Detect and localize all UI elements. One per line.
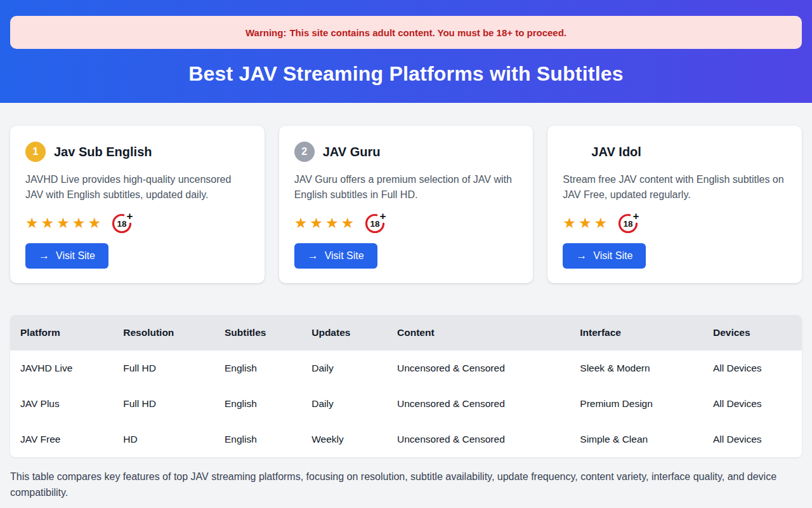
table-row: JAV FreeHDEnglishWeeklyUncensored & Cens… <box>10 422 802 457</box>
table-cell: Daily <box>301 386 387 422</box>
rank-badge: 1 <box>25 142 46 162</box>
card-title: JAV Idol <box>591 145 641 159</box>
table-cell: Sleek & Modern <box>570 351 703 386</box>
warning-text: This site contains adult content. You mu… <box>289 27 566 38</box>
table-cell: English <box>214 386 301 422</box>
svg-text:18: 18 <box>624 219 634 229</box>
table-cell: All Devices <box>703 351 802 386</box>
card-title: Jav Sub English <box>54 145 152 159</box>
card-description: JAV Guru offers a premium selection of J… <box>294 172 518 203</box>
column-header: Interface <box>570 315 703 351</box>
star-rating: ★★★★ <box>294 216 357 231</box>
rank-badge <box>563 142 583 162</box>
age-18-plus-icon: 18 + <box>617 211 640 234</box>
visit-site-button[interactable]: → Visit Site <box>25 243 108 269</box>
table-cell: All Devices <box>703 422 802 457</box>
visit-site-button[interactable]: → Visit Site <box>294 243 377 269</box>
platform-card: 1 Jav Sub English JAVHD Live provides hi… <box>10 126 265 283</box>
platform-card: JAV Idol Stream free JAV content with En… <box>547 126 802 283</box>
table-cell: JAVHD Live <box>10 351 113 386</box>
svg-text:18: 18 <box>117 219 128 229</box>
table-cell: Daily <box>301 351 387 386</box>
card-header: 1 Jav Sub English <box>25 142 249 162</box>
main-content: 1 Jav Sub English JAVHD Live provides hi… <box>0 126 812 500</box>
visit-site-button[interactable]: → Visit Site <box>563 243 646 269</box>
card-header: 2 JAV Guru <box>294 142 518 162</box>
card-header: JAV Idol <box>563 142 787 162</box>
table-row: JAVHD LiveFull HDEnglishDailyUncensored … <box>10 351 802 386</box>
table-cell: HD <box>113 422 214 457</box>
table-cell: JAV Free <box>10 422 113 457</box>
adult-warning-banner: Warning: This site contains adult conten… <box>10 16 802 49</box>
table-body: JAVHD LiveFull HDEnglishDailyUncensored … <box>10 351 802 457</box>
arrow-right-icon: → <box>576 250 587 262</box>
svg-text:+: + <box>127 211 133 222</box>
column-header: Content <box>387 315 570 351</box>
table-cell: Uncensored & Censored <box>387 351 570 386</box>
card-description: Stream free JAV content with English sub… <box>563 172 787 203</box>
table-cell: Uncensored & Censored <box>387 386 570 422</box>
column-header: Platform <box>10 315 113 351</box>
rank-badge: 2 <box>294 142 315 162</box>
table-cell: Simple & Clean <box>570 422 703 457</box>
platform-cards-row: 1 Jav Sub English JAVHD Live provides hi… <box>10 126 802 283</box>
platform-card: 2 JAV Guru JAV Guru offers a premium sel… <box>279 126 534 283</box>
svg-text:+: + <box>380 211 386 222</box>
age-18-plus-icon: 18 + <box>364 211 387 234</box>
column-header: Devices <box>703 315 802 351</box>
table-cell: Full HD <box>113 351 214 386</box>
table-header-row: PlatformResolutionSubtitlesUpdatesConten… <box>10 315 802 351</box>
arrow-right-icon: → <box>39 250 49 262</box>
age-18-plus-icon: 18 + <box>111 211 134 234</box>
table-cell: Premium Design <box>570 386 703 422</box>
table-cell: Uncensored & Censored <box>387 422 570 457</box>
visit-site-label: Visit Site <box>593 250 632 262</box>
arrow-right-icon: → <box>308 250 318 262</box>
rating-row: ★★★ 18 + <box>563 211 787 234</box>
column-header: Resolution <box>113 315 214 351</box>
svg-text:18: 18 <box>370 219 381 229</box>
visit-site-label: Visit Site <box>325 250 364 262</box>
rating-row: ★★★★★ 18 + <box>25 211 249 234</box>
rating-row: ★★★★ 18 + <box>294 211 518 234</box>
table-cell: Weekly <box>301 422 387 457</box>
table-cell: All Devices <box>703 386 802 422</box>
table-row: JAV PlusFull HDEnglishDailyUncensored & … <box>10 386 802 422</box>
visit-site-label: Visit Site <box>56 250 95 262</box>
table-head: PlatformResolutionSubtitlesUpdatesConten… <box>10 315 802 351</box>
page-header: Warning: This site contains adult conten… <box>0 0 812 103</box>
card-title: JAV Guru <box>323 145 381 159</box>
column-header: Subtitles <box>214 315 301 351</box>
table-note: This table compares key features of top … <box>10 469 802 500</box>
warning-label: Warning: <box>246 27 286 38</box>
comparison-table-container: PlatformResolutionSubtitlesUpdatesConten… <box>10 315 802 457</box>
table-cell: English <box>214 422 301 457</box>
table-cell: JAV Plus <box>10 386 113 422</box>
table-cell: English <box>214 351 301 386</box>
comparison-table: PlatformResolutionSubtitlesUpdatesConten… <box>10 315 802 457</box>
svg-text:+: + <box>633 211 639 222</box>
star-rating: ★★★★★ <box>25 216 103 231</box>
card-description: JAVHD Live provides high-quality uncenso… <box>25 172 249 203</box>
star-rating: ★★★ <box>563 216 610 231</box>
table-cell: Full HD <box>113 386 214 422</box>
page-title: Best JAV Streaming Platforms with Subtit… <box>10 62 802 86</box>
column-header: Updates <box>301 315 387 351</box>
